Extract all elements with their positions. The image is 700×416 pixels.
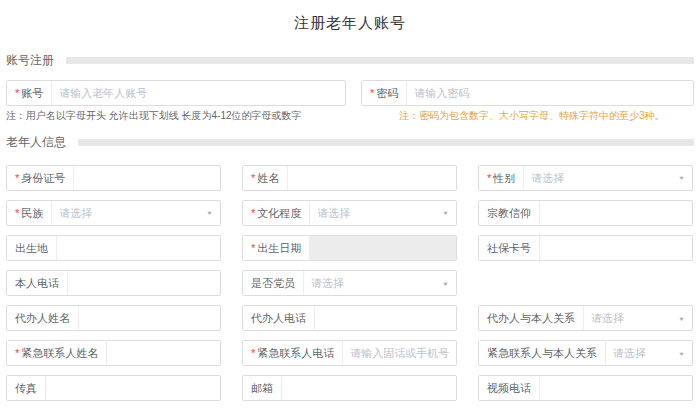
field-religion: 宗教信仰 <box>478 200 693 226</box>
field-email: 邮箱 <box>242 375 457 401</box>
education-select[interactable]: 请选择 ▼ <box>310 201 456 225</box>
birthplace-input[interactable] <box>57 236 220 260</box>
email-input[interactable] <box>282 376 456 400</box>
field-agent-name: 代办人姓名 <box>6 305 221 331</box>
password-input[interactable] <box>407 81 693 105</box>
emergency-contact-relation-select-value: 请选择 <box>613 346 674 361</box>
required-marker: * <box>251 207 255 219</box>
party-member-select[interactable]: 请选择 ▼ <box>304 271 456 295</box>
emergency-contact-phone-label: * 紧急联系人电话 <box>243 341 343 365</box>
agent-name-input[interactable] <box>79 306 220 330</box>
email-label-text: 邮箱 <box>251 381 273 396</box>
chevron-down-icon: ▼ <box>678 175 685 181</box>
registration-page: 注册老年人账号 账号注册 * 账号 * 密码 注：用户名以字母开头 允许出现下划… <box>0 0 700 416</box>
gender-label: * 性别 <box>479 166 524 190</box>
agent-name-label-text: 代办人姓名 <box>15 311 70 326</box>
empty-grid-cell <box>478 270 693 296</box>
page-title: 注册老年人账号 <box>6 0 694 38</box>
social-security-card-label-text: 社保卡号 <box>487 241 531 256</box>
field-gender: * 性别 请选择 ▼ <box>478 165 693 191</box>
emergency-contact-relation-select[interactable]: 请选择 ▼ <box>606 341 692 365</box>
gender-label-text: 性别 <box>493 171 515 186</box>
chevron-down-icon: ▼ <box>678 315 685 321</box>
required-marker: * <box>15 87 19 99</box>
field-agent-relation: 代办人与本人关系 请选择 ▼ <box>478 305 693 331</box>
agent-phone-label: 代办人电话 <box>243 306 315 330</box>
name-label-text: 姓名 <box>257 171 279 186</box>
name-input[interactable] <box>288 166 456 190</box>
birthplace-label: 出生地 <box>7 236 57 260</box>
emergency-contact-phone-label-text: 紧急联系人电话 <box>257 346 334 361</box>
party-member-label: 是否党员 <box>243 271 304 295</box>
field-name: * 姓名 <box>242 165 457 191</box>
info-fields-grid: * 身份证号 * 姓名 * 性别 请选择 ▼ * <box>6 165 694 401</box>
required-marker: * <box>15 172 19 184</box>
id-card-label: * 身份证号 <box>7 166 74 190</box>
religion-input[interactable] <box>540 201 692 225</box>
fax-label-text: 传真 <box>15 381 37 396</box>
section-title-info: 老年人信息 <box>6 134 66 151</box>
field-party-member: 是否党员 请选择 ▼ <box>242 270 457 296</box>
id-card-label-text: 身份证号 <box>21 171 65 186</box>
fax-input[interactable] <box>46 376 220 400</box>
religion-label: 宗教信仰 <box>479 201 540 225</box>
field-emergency-contact-relation: 紧急联系人与本人关系 请选择 ▼ <box>478 340 693 366</box>
education-select-value: 请选择 <box>317 206 438 221</box>
name-label: * 姓名 <box>243 166 288 190</box>
ethnicity-select[interactable]: 请选择 ▼ <box>52 201 220 225</box>
field-emergency-contact-phone: * 紧急联系人电话 <box>242 340 457 366</box>
field-ethnicity: * 民族 请选择 ▼ <box>6 200 221 226</box>
gender-select[interactable]: 请选择 ▼ <box>524 166 692 190</box>
ethnicity-label-text: 民族 <box>21 206 43 221</box>
section-title-account: 账号注册 <box>6 52 54 69</box>
emergency-contact-relation-label: 紧急联系人与本人关系 <box>479 341 606 365</box>
personal-phone-label-text: 本人电话 <box>15 276 59 291</box>
required-marker: * <box>251 172 255 184</box>
account-note: 注：用户名以字母开头 允许出现下划线 长度为4-12位的字母或数字 <box>6 109 362 122</box>
field-password: * 密码 <box>361 80 694 106</box>
emergency-contact-name-label-text: 紧急联系人姓名 <box>21 346 98 361</box>
id-card-input[interactable] <box>74 166 220 190</box>
field-agent-phone: 代办人电话 <box>242 305 457 331</box>
chevron-down-icon: ▼ <box>678 350 685 356</box>
personal-phone-label: 本人电话 <box>7 271 68 295</box>
required-marker: * <box>15 347 19 359</box>
required-marker: * <box>251 347 255 359</box>
education-label-text: 文化程度 <box>257 206 301 221</box>
section-divider-bar <box>66 57 694 64</box>
fax-label: 传真 <box>7 376 46 400</box>
personal-phone-input[interactable] <box>68 271 220 295</box>
required-marker: * <box>15 207 19 219</box>
emergency-contact-relation-label-text: 紧急联系人与本人关系 <box>487 346 597 361</box>
field-social-security-card: 社保卡号 <box>478 235 693 261</box>
password-label: * 密码 <box>362 81 407 105</box>
field-fax: 传真 <box>6 375 221 401</box>
section-header-account: 账号注册 <box>6 54 694 67</box>
field-education: * 文化程度 请选择 ▼ <box>242 200 457 226</box>
required-marker: * <box>370 87 374 99</box>
social-security-card-input[interactable] <box>540 236 692 260</box>
agent-phone-label-text: 代办人电话 <box>251 311 306 326</box>
party-member-label-text: 是否党员 <box>251 276 295 291</box>
party-member-select-value: 请选择 <box>311 276 438 291</box>
agent-name-label: 代办人姓名 <box>7 306 79 330</box>
field-id-card: * 身份证号 <box>6 165 221 191</box>
emergency-contact-phone-input[interactable] <box>343 341 456 365</box>
emergency-contact-name-input[interactable] <box>107 341 220 365</box>
agent-relation-select-value: 请选择 <box>591 311 674 326</box>
agent-relation-select[interactable]: 请选择 ▼ <box>584 306 692 330</box>
account-input[interactable] <box>52 81 345 105</box>
chevron-down-icon: ▼ <box>442 280 449 286</box>
agent-phone-input[interactable] <box>315 306 456 330</box>
required-marker: * <box>251 242 255 254</box>
section-divider-bar <box>78 139 694 146</box>
notes-row: 注：用户名以字母开头 允许出现下划线 长度为4-12位的字母或数字 注：密码为包… <box>6 109 694 122</box>
field-video-phone: 视频电话 <box>478 375 693 401</box>
video-phone-label-text: 视频电话 <box>487 381 531 396</box>
field-account: * 账号 <box>6 80 346 106</box>
video-phone-label: 视频电话 <box>479 376 540 400</box>
field-birth-date: * 出生日期 <box>242 235 457 261</box>
social-security-card-label: 社保卡号 <box>479 236 540 260</box>
field-emergency-contact-name: * 紧急联系人姓名 <box>6 340 221 366</box>
video-phone-input[interactable] <box>540 376 692 400</box>
